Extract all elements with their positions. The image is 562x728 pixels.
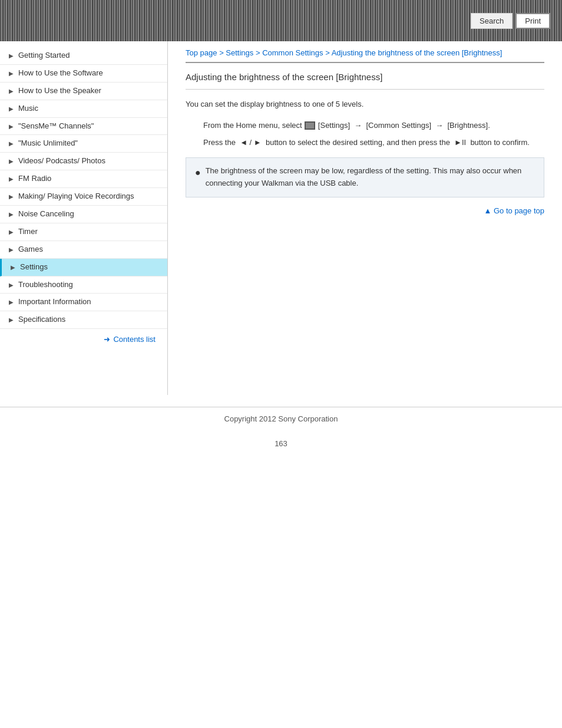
breadcrumb: Top page > Settings > Common Settings > … [186, 41, 544, 62]
main-layout: ▶ Getting Started ▶ How to Use the Softw… [0, 41, 562, 395]
sidebar-arrow-icon-5: ▶ [9, 140, 14, 147]
search-button[interactable]: Search [471, 13, 513, 29]
note-box: ● The brightness of the screen may be lo… [186, 157, 544, 197]
step1-text: From the Home menu, select [Settings] → … [203, 120, 544, 132]
sidebar-item-13[interactable]: ▶ Troubleshooting [0, 276, 167, 294]
header: Search Print [0, 0, 562, 41]
sidebar-item-14[interactable]: ▶ Important Information [0, 294, 167, 311]
note-text: The brightness of the screen may be low,… [206, 165, 535, 190]
contents-list-arrow-icon: ➜ [104, 335, 110, 344]
sidebar-item-label-13: Troubleshooting [18, 280, 161, 290]
sidebar-item-label-7: FM Radio [18, 174, 161, 184]
header-button-group: Search Print [471, 13, 550, 29]
sidebar-item-3[interactable]: ▶ Music [0, 100, 167, 118]
instruction-block: From the Home menu, select [Settings] → … [203, 120, 544, 149]
sidebar-arrow-icon-12: ▶ [11, 263, 15, 271]
breadcrumb-separator-3: > [325, 48, 332, 57]
sidebar-item-10[interactable]: ▶ Timer [0, 223, 167, 241]
breadcrumb-current: Adjusting the brightness of the screen [… [332, 48, 503, 57]
sidebar-item-label-6: Videos/ Podcasts/ Photos [18, 156, 161, 166]
settings-menu-icon [305, 121, 315, 130]
sidebar-arrow-icon-15: ▶ [9, 316, 14, 324]
sidebar-item-label-9: Noise Canceling [18, 209, 161, 219]
sidebar-item-6[interactable]: ▶ Videos/ Podcasts/ Photos [0, 153, 167, 170]
step2-text: Press the ◄ / ► button to select the des… [203, 137, 544, 149]
copyright-text: Copyright 2012 Sony Corporation [224, 414, 338, 423]
sidebar-item-4[interactable]: ▶ "SensMe™ Channels" [0, 118, 167, 136]
sidebar-arrow-icon-13: ▶ [9, 281, 14, 289]
sidebar-item-label-8: Making/ Playing Voice Recordings [18, 192, 161, 202]
page-number: 163 [0, 430, 562, 457]
bullet-icon: ● [195, 165, 201, 180]
sidebar-arrow-icon-1: ▶ [9, 70, 14, 77]
print-button[interactable]: Print [515, 13, 550, 29]
sidebar-arrow-icon-4: ▶ [9, 123, 14, 130]
breadcrumb-separator-2: > [256, 48, 262, 57]
breadcrumb-separator-1: > [219, 48, 226, 57]
sidebar-item-label-3: Music [18, 104, 161, 114]
contents-list-link[interactable]: ➜ Contents list [0, 329, 167, 347]
footer: Copyright 2012 Sony Corporation [0, 407, 562, 430]
breadcrumb-common-settings[interactable]: Common Settings [262, 48, 323, 57]
sidebar-item-label-2: How to Use the Speaker [18, 86, 161, 96]
sidebar-arrow-icon-10: ▶ [9, 228, 14, 236]
sidebar-item-label-15: Specifications [18, 315, 161, 325]
sidebar-item-label-14: Important Information [18, 297, 161, 307]
sidebar-item-11[interactable]: ▶ Games [0, 241, 167, 259]
intro-text: You can set the display brightness to on… [186, 98, 544, 111]
contents-list-label: Contents list [113, 335, 156, 344]
sidebar-item-0[interactable]: ▶ Getting Started [0, 47, 167, 65]
sidebar-arrow-icon-6: ▶ [9, 157, 14, 165]
content-title-area: Adjusting the brightness of the screen [… [186, 62, 544, 90]
breadcrumb-settings[interactable]: Settings [226, 48, 253, 57]
content-area: Top page > Settings > Common Settings > … [168, 41, 562, 395]
sidebar-item-8[interactable]: ▶ Making/ Playing Voice Recordings [0, 188, 167, 206]
sidebar-item-12[interactable]: ▶ Settings [0, 259, 167, 276]
go-to-top: ▲ Go to page top [186, 206, 544, 215]
sidebar-item-label-5: "Music Unlimited" [18, 139, 161, 149]
sidebar-item-label-12: Settings [20, 262, 161, 272]
sidebar-item-7[interactable]: ▶ FM Radio [0, 170, 167, 188]
sidebar-item-label-0: Getting Started [18, 51, 161, 61]
sidebar-item-label-11: Games [18, 245, 161, 255]
note-bullet: ● The brightness of the screen may be lo… [195, 165, 535, 190]
sidebar-arrow-icon-9: ▶ [9, 210, 14, 218]
sidebar-item-15[interactable]: ▶ Specifications [0, 311, 167, 329]
sidebar-item-label-10: Timer [18, 227, 161, 237]
breadcrumb-top-page[interactable]: Top page [186, 48, 217, 57]
sidebar-item-5[interactable]: ▶ "Music Unlimited" [0, 135, 167, 153]
sidebar-arrow-icon-0: ▶ [9, 52, 14, 60]
sidebar: ▶ Getting Started ▶ How to Use the Softw… [0, 41, 168, 395]
sidebar-item-2[interactable]: ▶ How to Use the Speaker [0, 83, 167, 100]
sidebar-arrow-icon-14: ▶ [9, 298, 14, 306]
sidebar-arrow-icon-3: ▶ [9, 105, 14, 113]
sidebar-item-label-4: "SensMe™ Channels" [18, 121, 161, 131]
go-to-top-link[interactable]: ▲ Go to page top [484, 206, 545, 215]
sidebar-arrow-icon-2: ▶ [9, 87, 14, 95]
sidebar-arrow-icon-7: ▶ [9, 175, 14, 183]
sidebar-item-1[interactable]: ▶ How to Use the Software [0, 65, 167, 83]
sidebar-arrow-icon-8: ▶ [9, 193, 14, 200]
sidebar-arrow-icon-11: ▶ [9, 246, 14, 253]
sidebar-item-9[interactable]: ▶ Noise Canceling [0, 206, 167, 223]
page-title: Adjusting the brightness of the screen [… [186, 72, 544, 82]
sidebar-item-label-1: How to Use the Software [18, 68, 161, 78]
